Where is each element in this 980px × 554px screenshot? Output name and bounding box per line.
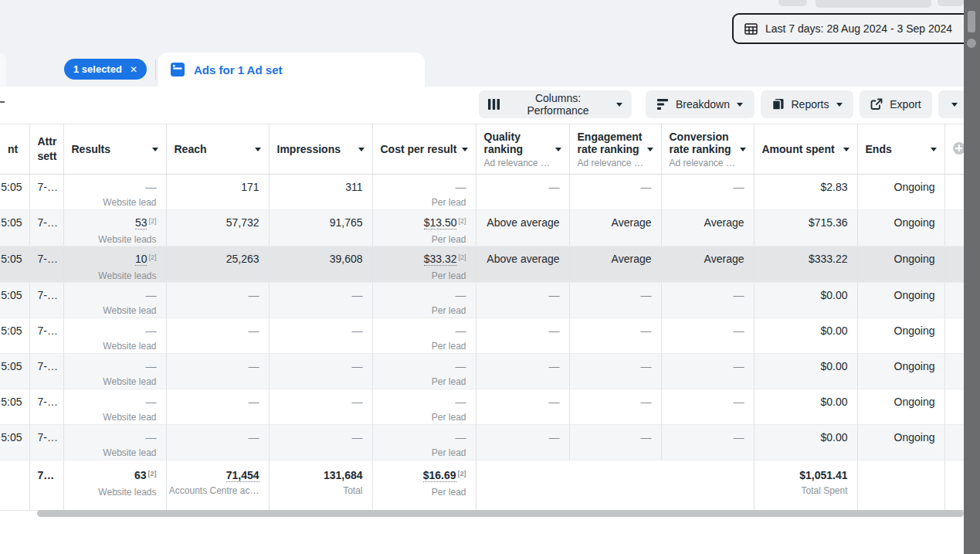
cell-value: — (549, 325, 560, 337)
sort-caret-icon (555, 148, 561, 151)
add-column-button[interactable] (944, 124, 964, 175)
cell-value: Average (612, 253, 652, 265)
cutoff-button-1[interactable] (778, 0, 807, 6)
cell-value: 5:05 (1, 181, 22, 193)
cell-schedule: 5:05 (0, 354, 29, 389)
column-header-reach[interactable]: Reach (166, 124, 269, 175)
cell-value: — (641, 325, 652, 337)
cell-subtitle: Total (270, 482, 363, 497)
date-range-button[interactable]: Last 7 days: 28 Aug 2024 - 3 Sep 2024 (732, 13, 980, 44)
export-button-label: Export (890, 98, 921, 110)
column-header-engagement-rate-ranking[interactable]: Engagement rate ranking Ad relevance … (569, 124, 661, 175)
ad-row: 5:057-…—Website lead171311—Per lead———$2… (0, 175, 964, 210)
cell-value: — (734, 431, 744, 444)
cell-subtitle: Per lead (373, 267, 466, 282)
cell-value: $0.00 (820, 325, 847, 337)
cell-value: — (249, 396, 259, 408)
cell-impressions: — (269, 389, 372, 425)
horizontal-scrollbar[interactable] (37, 510, 964, 517)
column-header-conversion-rate-ranking[interactable]: Conversion rate ranking Ad relevance … (661, 124, 754, 175)
cell-value: — (146, 325, 157, 337)
cell-subtitle: Website lead (64, 409, 157, 423)
cell-reach: — (166, 425, 269, 461)
column-header-amount-spent[interactable]: Amount spent (754, 124, 857, 175)
cell-subtitle: Per lead (373, 231, 466, 246)
cell-value[interactable]: $13.50 (424, 216, 457, 229)
reports-button-label: Reports (791, 98, 829, 110)
columns-icon (488, 99, 500, 110)
cell-extra (944, 246, 964, 283)
vertical-scrollbar[interactable] (964, 0, 980, 554)
cell-value: Ongoing (894, 289, 935, 301)
cell-schedule: 5:05 (0, 425, 29, 461)
cell-amount-spent: $715.36 (754, 210, 857, 246)
export-button[interactable]: Export (860, 90, 932, 118)
cell-value: 57,732 (226, 216, 259, 229)
cell-value: — (352, 289, 363, 301)
cell-value: 25,263 (226, 253, 259, 265)
export-icon (870, 98, 883, 110)
tab-ads-for-ad-set[interactable]: Ads for 1 Ad set (158, 53, 425, 87)
cell-schedule: 5:05 (0, 283, 29, 318)
breakdown-icon (657, 99, 669, 110)
cell-extra (944, 461, 964, 511)
column-header-results[interactable]: Results (63, 124, 166, 175)
cell-ends: Ongoing (857, 354, 944, 389)
cell-conversion: — (661, 175, 754, 210)
cell-quality: — (476, 283, 569, 318)
cell-value: — (146, 289, 157, 301)
cell-value[interactable]: 10 (135, 253, 148, 266)
caret-down-icon (616, 103, 622, 107)
totals-row: 7…63[2]Website leads71,454Accounts Centr… (0, 461, 964, 511)
cell-results: —Website lead (63, 389, 166, 425)
cell-conversion: — (661, 283, 754, 318)
cell-subtitle: Website lead (64, 194, 157, 209)
cell-extra (944, 210, 964, 246)
close-icon[interactable]: ✕ (130, 65, 137, 74)
selected-count-label: 1 selected (73, 63, 122, 75)
cell-extra (944, 283, 964, 318)
cell-amount-spent: $0.00 (754, 318, 857, 354)
ads-tab-icon (171, 63, 185, 76)
column-header-schedule[interactable]: nt (0, 124, 29, 175)
column-header-quality-ranking[interactable]: Quality ranking Ad relevance … (476, 124, 569, 175)
cell-reach: — (166, 283, 269, 318)
cell-value: — (352, 360, 363, 372)
cell-engagement: — (569, 318, 661, 354)
column-header-cost-per-result[interactable]: Cost per result (372, 124, 476, 175)
cell-reach: 171 (166, 175, 269, 210)
breakdown-button[interactable]: Breakdown (646, 90, 754, 118)
cell-value: $715.36 (809, 216, 848, 229)
columns-button[interactable]: Columns: Performance (479, 90, 632, 118)
cell-value: Ongoing (894, 360, 935, 372)
cell-value: $0.00 (820, 360, 847, 372)
column-header-attribution[interactable]: Attr sett (29, 124, 63, 175)
cell-value: — (549, 181, 560, 193)
cell-value: 131,684 (324, 469, 363, 481)
cell-reach: 57,732 (166, 210, 269, 246)
cell-value[interactable]: $16.69 (423, 469, 456, 482)
cell-value: — (456, 325, 466, 337)
cell-value: — (249, 289, 259, 301)
cell-attribution: 7-… (29, 354, 63, 389)
cell-quality: — (476, 318, 569, 354)
cell-ends: Ongoing (857, 425, 944, 461)
cell-extra (944, 318, 964, 354)
cell-value[interactable]: 71,454 (226, 469, 259, 482)
cell-impressions: — (269, 283, 372, 318)
scrollbar-overlay-shape (967, 39, 976, 48)
cell-value[interactable]: 53 (135, 216, 148, 229)
cell-engagement: — (569, 425, 661, 461)
cell-value[interactable]: $33.32 (424, 253, 457, 266)
cutoff-button-2[interactable] (816, 0, 931, 8)
table-body: 5:057-…—Website lead171311—Per lead———$2… (0, 175, 964, 461)
cell-value: 171 (241, 181, 259, 193)
column-header-impressions[interactable]: Impressions (269, 124, 372, 175)
cutoff-button-3[interactable] (938, 0, 964, 6)
reports-button[interactable]: Reports (761, 90, 853, 118)
cell-value: Above average (487, 216, 559, 229)
cell-schedule: 5:05 (0, 389, 29, 425)
cell-value: 7-… (38, 360, 58, 372)
column-header-ends[interactable]: Ends (857, 124, 944, 175)
selected-count-chip[interactable]: 1 selected ✕ (64, 59, 147, 80)
